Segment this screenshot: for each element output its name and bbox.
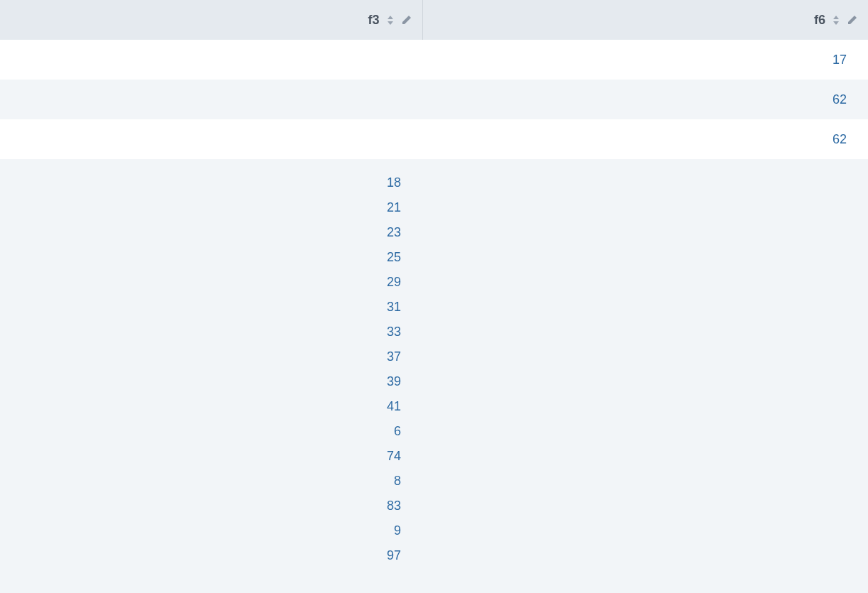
list-value: 33: [0, 320, 401, 344]
list-value: 41: [0, 394, 401, 419]
pencil-icon[interactable]: [847, 14, 858, 26]
list-value: 74: [0, 444, 401, 469]
sort-icon[interactable]: [833, 16, 840, 25]
column-label: f3: [368, 13, 379, 28]
list-value: 29: [0, 270, 401, 295]
table-row[interactable]: 17: [0, 40, 868, 80]
table-row[interactable]: 18212325293133373941674883997: [0, 159, 868, 568]
sort-icon[interactable]: [387, 16, 394, 25]
table-row[interactable]: 62: [0, 119, 868, 159]
column-header-f3[interactable]: f3: [0, 0, 422, 40]
list-value: 21: [0, 195, 401, 220]
list-value: 37: [0, 344, 401, 369]
list-value: 18: [0, 170, 401, 195]
list-value: 23: [0, 220, 401, 245]
table-body: 17626218212325293133373941674883997: [0, 40, 868, 568]
list-value: 83: [0, 494, 401, 518]
list-value: 8: [0, 469, 401, 494]
list-value: 6: [0, 419, 401, 444]
data-table: f3 f6: [0, 0, 868, 568]
cell-f6[interactable]: 17: [422, 40, 868, 80]
pencil-icon[interactable]: [401, 14, 412, 26]
list-value: 25: [0, 245, 401, 270]
cell-f6[interactable]: [422, 159, 868, 568]
list-value: 97: [0, 543, 401, 568]
cell-f6[interactable]: 62: [422, 119, 868, 159]
column-label: f6: [814, 13, 825, 28]
header-row: f3 f6: [0, 0, 868, 40]
list-value: 31: [0, 295, 401, 320]
cell-f6[interactable]: 62: [422, 80, 868, 119]
list-value: 9: [0, 518, 401, 543]
cell-f3[interactable]: [0, 80, 422, 119]
table-row[interactable]: 62: [0, 80, 868, 119]
list-value: 39: [0, 369, 401, 394]
column-header-f6[interactable]: f6: [422, 0, 868, 40]
cell-f3[interactable]: [0, 119, 422, 159]
cell-f3[interactable]: [0, 40, 422, 80]
cell-f3-list[interactable]: 18212325293133373941674883997: [0, 159, 422, 568]
